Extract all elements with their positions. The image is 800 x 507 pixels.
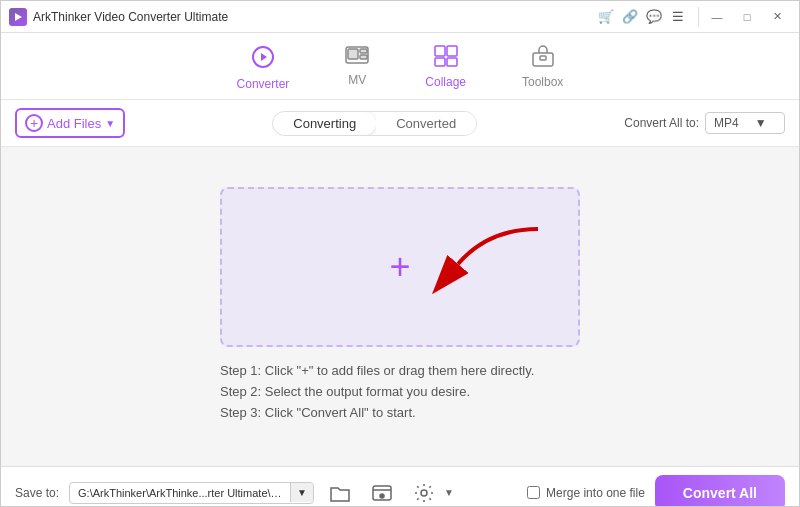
mv-icon [345,45,369,70]
svg-rect-10 [447,58,457,66]
save-path-dropdown[interactable]: ▼ [290,483,313,502]
tab-mv[interactable]: MV [337,41,377,95]
convert-all-to: Convert All to: MP4 ▼ [624,112,785,134]
divider [698,7,699,27]
convert-all-to-label: Convert All to: [624,116,699,130]
title-bar-left: ArkThinker Video Converter Ultimate [9,8,228,26]
add-plus-icon: + [389,249,410,285]
toolbar: + Add Files ▼ Converting Converted Conve… [1,100,799,147]
minimize-button[interactable]: — [703,6,731,28]
step3: Step 3: Click "Convert All" to start. [220,405,580,420]
tab-collage[interactable]: Collage [417,41,474,95]
converter-icon [251,45,275,74]
svg-rect-12 [540,56,546,60]
dropdown-arrow-icon: ▼ [105,118,115,129]
cart-icon[interactable]: 🛒 [598,9,614,25]
step1: Step 1: Click "+" to add files or drag t… [220,363,580,378]
instructions: Step 1: Click "+" to add files or drag t… [220,363,580,426]
svg-rect-7 [435,46,445,56]
menu-icon[interactable]: ☰ [670,9,686,25]
bottom-bar: Save to: G:\ArkThinker\ArkThinke...rter … [1,466,799,507]
selected-format: MP4 [714,116,739,130]
window-controls: — □ ✕ [703,6,791,28]
format-select[interactable]: MP4 ▼ [705,112,785,134]
link-icon[interactable]: 🔗 [622,9,638,25]
svg-rect-4 [348,49,358,59]
svg-point-17 [421,490,427,496]
convert-all-button[interactable]: Convert All [655,475,785,508]
toolbox-icon [531,45,555,72]
converted-tab[interactable]: Converted [376,112,476,135]
add-files-button[interactable]: + Add Files ▼ [15,108,125,138]
nav-tabs: Converter MV Collage [1,33,799,100]
maximize-button[interactable]: □ [733,6,761,28]
tab-switcher: Converting Converted [272,111,477,136]
converting-tab[interactable]: Converting [273,112,376,135]
close-button[interactable]: ✕ [763,6,791,28]
format-dropdown-arrow: ▼ [755,116,767,130]
tab-collage-label: Collage [425,75,466,89]
svg-rect-5 [360,49,367,53]
settings-dropdown-arrow[interactable]: ▼ [444,487,454,498]
collage-icon [434,45,458,72]
merge-checkbox-input[interactable] [527,486,540,499]
app-title: ArkThinker Video Converter Ultimate [33,10,228,24]
plus-circle-icon: + [25,114,43,132]
save-path: G:\ArkThinker\ArkThinke...rter Ultimate\… [69,482,314,504]
svg-rect-9 [435,58,445,66]
svg-marker-2 [261,53,267,61]
red-arrow [428,219,548,303]
merge-checkbox-label[interactable]: Merge into one file [527,486,645,500]
save-path-text: G:\ArkThinker\ArkThinke...rter Ultimate\… [70,483,290,503]
chat-icon[interactable]: 💬 [646,9,662,25]
tab-converter[interactable]: Converter [229,41,298,95]
preview-icon-button[interactable] [366,477,398,508]
step2: Step 2: Select the output format you des… [220,384,580,399]
tab-toolbox-label: Toolbox [522,75,563,89]
title-bar: ArkThinker Video Converter Ultimate 🛒 🔗 … [1,1,799,33]
title-bar-icons: 🛒 🔗 💬 ☰ [598,9,686,25]
tab-toolbox[interactable]: Toolbox [514,41,571,95]
app-icon [9,8,27,26]
tab-converter-label: Converter [237,77,290,91]
svg-marker-0 [15,13,22,21]
add-files-label: Add Files [47,116,101,131]
merge-label: Merge into one file [546,486,645,500]
settings-icon-button[interactable] [408,477,440,508]
tab-mv-label: MV [348,73,366,87]
folder-icon-button[interactable] [324,477,356,508]
save-to-label: Save to: [15,486,59,500]
svg-rect-6 [360,55,367,59]
svg-rect-8 [447,46,457,56]
svg-point-16 [380,494,384,498]
drop-zone[interactable]: + [220,187,580,347]
main-content: + Step 1: Click "+" to add files or drag… [1,147,799,466]
